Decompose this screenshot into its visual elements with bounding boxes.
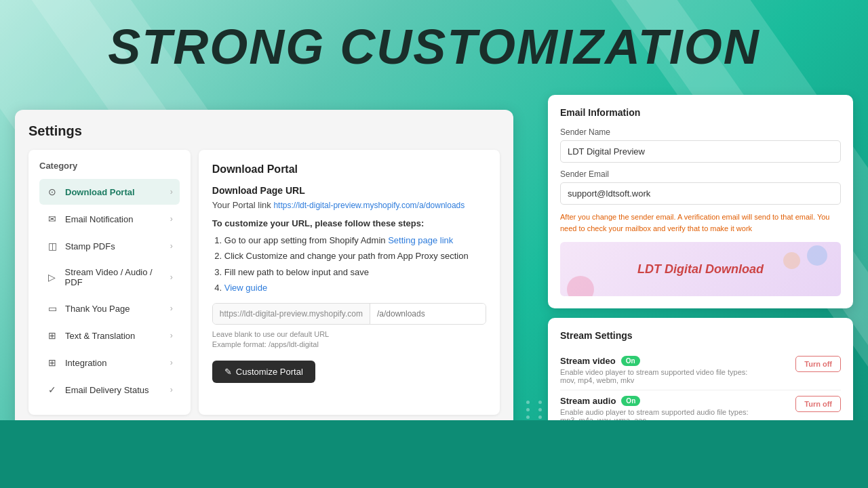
nav-label-thank-you-page: Thank You Page	[65, 304, 130, 314]
nav-label-download-portal: Download Portal	[65, 187, 135, 197]
portal-link-row: Your Portal link https://ldt-digital-pre…	[212, 200, 486, 210]
email-preview-image: LDT Digital Download	[560, 242, 841, 296]
nav-label-stamp-pdfs: Stamp PDFs	[65, 241, 115, 251]
stream-label-row-1: Stream audio On	[560, 396, 789, 406]
customize-button-label: Customize Portal	[236, 367, 303, 377]
portal-link[interactable]: https://ldt-digital-preview.myshopify.co…	[273, 201, 465, 210]
settings-panel: Settings Category ⊙ Download Portal › ✉ …	[15, 110, 513, 428]
url-input-wrapper: https://ldt-digital-preview.myshopify.co…	[212, 303, 486, 325]
nav-item-left: ◫ Stamp PDFs	[46, 240, 115, 252]
url-section-label: Download Page URL	[212, 185, 486, 196]
nav-chevron-email-notification: ›	[170, 214, 173, 224]
nav-label-integration: Integration	[65, 358, 106, 368]
main-title: STRONG CUSTOMIZATION	[0, 19, 868, 75]
customize-icon: ✎	[224, 367, 232, 377]
stream-label-row-0: Stream video On	[560, 356, 789, 366]
category-title: Category	[39, 161, 180, 171]
nav-icon-text-translation: ⊞	[46, 329, 58, 342]
sender-email-input[interactable]	[560, 182, 841, 205]
customize-heading: To customize your URL, please follow the…	[212, 218, 486, 228]
nav-chevron-thank-you-page: ›	[170, 304, 173, 313]
stream-settings-title: Stream Settings	[560, 330, 841, 341]
nav-item-left: ⊞ Text & Translation	[46, 329, 135, 342]
sidebar-item-email-notification[interactable]: ✉ Email Notification ›	[39, 206, 180, 232]
nav-icon-stamp-pdfs: ◫	[46, 240, 58, 252]
settings-body: Category ⊙ Download Portal › ✉ Email Not…	[28, 150, 500, 415]
nav-chevron-integration: ›	[170, 358, 173, 367]
content-panel: Download Portal Download Page URL Your P…	[199, 150, 500, 415]
stream-label-1: Stream audio	[560, 396, 616, 406]
stream-label-0: Stream video	[560, 356, 616, 366]
sidebar-item-integration[interactable]: ⊞ Integration ›	[39, 350, 180, 375]
preview-decor-3	[783, 252, 800, 269]
category-panel: Category ⊙ Download Portal › ✉ Email Not…	[28, 150, 191, 415]
sidebar-item-stream-video[interactable]: ▷ Stream Video / Audio / PDF ›	[39, 260, 180, 294]
sender-name-label: Sender Name	[560, 127, 841, 137]
sender-name-input[interactable]	[560, 140, 841, 163]
sidebar-item-email-delivery[interactable]: ✓ Email Delivery Status ›	[39, 377, 180, 403]
turn-off-button-1[interactable]: Turn off	[795, 396, 841, 412]
view-guide-link[interactable]: View guide	[224, 283, 267, 293]
email-info-title: Email Information	[560, 107, 841, 118]
preview-decor-2	[807, 245, 827, 266]
settings-title: Settings	[28, 123, 500, 139]
nav-label-text-translation: Text & Translation	[65, 331, 135, 341]
nav-chevron-stamp-pdfs: ›	[170, 241, 173, 251]
sidebar-item-stamp-pdfs[interactable]: ◫ Stamp PDFs ›	[39, 233, 180, 259]
nav-icon-download-portal: ⊙	[46, 186, 58, 198]
nav-label-stream-video: Stream Video / Audio / PDF	[65, 267, 170, 287]
url-suffix-input[interactable]	[370, 304, 486, 324]
steps-list: Go to our app setting from Shopify Admin…	[212, 232, 486, 296]
step-3: Fill new path to below input and save	[224, 264, 486, 280]
stream-row-left-0: Stream video On Enable video player to s…	[560, 356, 789, 384]
bottom-decoration	[0, 420, 868, 488]
portal-link-prefix: Your Portal link	[212, 200, 271, 210]
nav-chevron-stream-video: ›	[170, 272, 173, 282]
nav-label-email-notification: Email Notification	[65, 214, 133, 224]
nav-label-email-delivery: Email Delivery Status	[65, 385, 149, 395]
nav-item-left: ⊞ Integration	[46, 357, 106, 369]
stream-badge-1: On	[621, 396, 640, 406]
preview-decor-1	[567, 276, 594, 296]
nav-item-left: ⊙ Download Portal	[46, 186, 135, 198]
url-hint: Leave blank to use our default URL	[212, 330, 486, 338]
step-4: View guide	[224, 280, 486, 296]
nav-icon-integration: ⊞	[46, 357, 58, 369]
right-column: Email Information Sender Name Sender Ema…	[548, 95, 853, 474]
sidebar-item-text-translation[interactable]: ⊞ Text & Translation ›	[39, 323, 180, 348]
nav-item-left: ✓ Email Delivery Status	[46, 384, 149, 396]
nav-icon-email-delivery: ✓	[46, 384, 58, 396]
url-example: Example format: /apps/ldt-digital	[212, 340, 486, 348]
nav-chevron-download-portal: ›	[170, 187, 173, 197]
stream-badge-0: On	[621, 356, 640, 366]
customize-steps: To customize your URL, please follow the…	[212, 218, 486, 296]
sender-email-label: Sender Email	[560, 169, 841, 179]
preview-image-text: LDT Digital Download	[637, 262, 764, 277]
stream-desc-0: Enable video player to stream supported …	[560, 368, 764, 384]
step-2: Click Customize and change your path fro…	[224, 248, 486, 264]
sidebar-item-download-portal[interactable]: ⊙ Download Portal ›	[39, 179, 180, 205]
nav-item-left: ▭ Thank You Page	[46, 302, 130, 314]
nav-item-left: ▷ Stream Video / Audio / PDF	[46, 267, 170, 287]
url-prefix: https://ldt-digital-preview.myshopify.co…	[213, 304, 370, 324]
nav-icon-stream-video: ▷	[46, 271, 58, 283]
nav-icon-email-notification: ✉	[46, 213, 58, 225]
email-info-panel: Email Information Sender Name Sender Ema…	[548, 95, 853, 308]
sidebar-item-thank-you-page[interactable]: ▭ Thank You Page ›	[39, 296, 180, 321]
email-warning: After you change the sender email. A ver…	[560, 211, 841, 234]
nav-item-left: ✉ Email Notification	[46, 213, 133, 225]
turn-off-button-0[interactable]: Turn off	[795, 356, 841, 372]
customize-portal-button[interactable]: ✎ Customize Portal	[212, 361, 315, 383]
stream-row-0: Stream video On Enable video player to s…	[560, 350, 841, 390]
setting-page-link[interactable]: Setting page link	[388, 235, 453, 245]
nav-items-container: ⊙ Download Portal › ✉ Email Notification…	[39, 179, 180, 403]
nav-chevron-text-translation: ›	[170, 331, 173, 340]
nav-icon-thank-you-page: ▭	[46, 302, 58, 314]
content-section-title: Download Portal	[212, 163, 486, 176]
nav-chevron-email-delivery: ›	[170, 385, 173, 394]
step-1: Go to our app setting from Shopify Admin…	[224, 232, 486, 248]
